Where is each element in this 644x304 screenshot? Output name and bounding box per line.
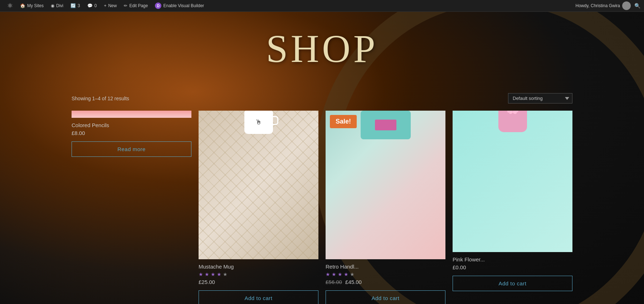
mug-shape: 🖱 xyxy=(244,111,273,134)
radio-shape xyxy=(361,111,411,139)
product-image-mustache-mug: 🖱 xyxy=(199,111,318,259)
product-price-pink-flower: £0.00 xyxy=(453,264,572,270)
product-price-mustache-mug: £25.00 xyxy=(199,279,318,285)
product-image-pink-flower: 🌸 xyxy=(453,111,572,252)
add-to-cart-button-retro-radio[interactable]: Add to cart xyxy=(326,290,445,304)
product-image-colored-pencils xyxy=(72,111,191,118)
enable-visual-builder-menu[interactable]: D Enable Visual Builder xyxy=(151,0,208,12)
comments-count: 0 xyxy=(94,3,97,8)
divi-icon: ◉ xyxy=(51,3,54,8)
star-1: ★ xyxy=(326,271,330,277)
star-2: ★ xyxy=(205,271,209,277)
divi-label: Divi xyxy=(56,3,63,8)
star-4: ★ xyxy=(344,271,348,277)
shop-title: SHOP xyxy=(0,26,644,72)
sort-select[interactable]: Default sorting Sort by popularity Sort … xyxy=(508,93,572,103)
admin-bar-right: Howdy, Christina Gwira 🔍 xyxy=(576,1,640,10)
product-stars-mustache-mug: ★ ★ ★ ★ ★ xyxy=(199,271,318,277)
new-menu[interactable]: + New xyxy=(100,0,120,12)
product-name-pink-flower: Pink Flower... xyxy=(453,256,572,262)
edit-page-menu[interactable]: ✏ Edit Page xyxy=(120,0,151,12)
read-more-button-colored-pencils[interactable]: Read more xyxy=(72,141,191,157)
product-card-mustache-mug: 🖱 Mustache Mug ★ ★ ★ ★ ★ £25.00 Add to c… xyxy=(199,111,318,304)
wp-logo-menu[interactable]: ⚛ xyxy=(4,0,16,12)
my-sites-menu[interactable]: 🏠 My Sites xyxy=(16,0,47,12)
add-to-cart-button-pink-flower[interactable]: Add to cart xyxy=(453,276,572,291)
howdy-text: Howdy, Christina Gwira xyxy=(576,3,620,8)
product-card-retro-radio: Sale! Retro Handl... ★ ★ ★ ★ ★ £5 xyxy=(326,111,445,304)
product-image-retro-radio: Sale! xyxy=(326,111,445,259)
product-card-pink-flower: 🌸 Pink Flower... £0.00 Add to cart xyxy=(453,111,572,304)
product-name-mustache-mug: Mustache Mug xyxy=(199,264,318,270)
edit-icon: ✏ xyxy=(124,3,127,8)
star-4: ★ xyxy=(217,271,221,277)
my-sites-label: My Sites xyxy=(27,3,44,8)
page-content: SHOP Showing 1–4 of 12 results Default s… xyxy=(0,12,644,304)
product-grid: Colored Pencils £8.00 Read more 🖱 Mustac… xyxy=(72,111,572,304)
star-2: ★ xyxy=(332,271,336,277)
new-label: New xyxy=(108,3,117,8)
mug-handle xyxy=(273,116,278,125)
product-name-colored-pencils: Colored Pencils xyxy=(72,122,191,128)
comments-menu[interactable]: 💬 0 xyxy=(84,0,101,12)
my-sites-icon: 🏠 xyxy=(20,3,25,8)
original-price: £56.00 xyxy=(326,279,342,285)
star-3: ★ xyxy=(211,271,215,277)
result-count: Showing 1–4 of 12 results xyxy=(72,96,129,101)
pencils-visual xyxy=(73,111,190,118)
star-1: ★ xyxy=(199,271,203,277)
comments-icon: 💬 xyxy=(87,3,93,8)
radio-screen xyxy=(375,120,396,130)
flower-cup: 🌸 xyxy=(498,111,527,132)
product-name-retro-radio: Retro Handl... xyxy=(326,264,445,270)
sale-price: £45.00 xyxy=(345,279,362,285)
plus-icon: + xyxy=(104,3,106,8)
updates-menu[interactable]: 🔄 3 xyxy=(67,0,84,12)
shop-toolbar: Showing 1–4 of 12 results Default sortin… xyxy=(72,93,572,103)
shop-title-section: SHOP xyxy=(0,12,644,93)
wp-logo-icon: ⚛ xyxy=(7,2,13,10)
flower-top: 🌸 xyxy=(505,111,521,115)
search-icon[interactable]: 🔍 xyxy=(634,3,640,9)
user-avatar xyxy=(622,1,631,10)
divi-menu[interactable]: ◉ Divi xyxy=(47,0,67,12)
divi-visual-builder-icon: D xyxy=(155,3,161,9)
star-3: ★ xyxy=(338,271,342,277)
edit-page-label: Edit Page xyxy=(129,3,148,8)
sale-badge: Sale! xyxy=(330,115,357,128)
page-wrapper: SHOP Showing 1–4 of 12 results Default s… xyxy=(0,0,644,304)
updates-count: 3 xyxy=(78,3,80,8)
product-stars-retro-radio: ★ ★ ★ ★ ★ xyxy=(326,271,445,277)
add-to-cart-button-mustache-mug[interactable]: Add to cart xyxy=(199,290,318,304)
star-5: ★ xyxy=(223,271,228,277)
product-price-colored-pencils: £8.00 xyxy=(72,130,191,136)
updates-icon: 🔄 xyxy=(70,3,76,8)
product-price-retro-radio: £56.00 £45.00 xyxy=(326,279,445,285)
user-info[interactable]: Howdy, Christina Gwira xyxy=(576,1,631,10)
admin-bar-left: ⚛ 🏠 My Sites ◉ Divi 🔄 3 💬 0 + New ✏ Edit… xyxy=(4,0,576,12)
shop-area: Showing 1–4 of 12 results Default sortin… xyxy=(0,93,644,304)
star-5: ★ xyxy=(350,271,355,277)
admin-bar: ⚛ 🏠 My Sites ◉ Divi 🔄 3 💬 0 + New ✏ Edit… xyxy=(0,0,644,12)
product-card-colored-pencils: Colored Pencils £8.00 Read more xyxy=(72,111,191,304)
enable-visual-builder-label: Enable Visual Builder xyxy=(163,3,204,8)
